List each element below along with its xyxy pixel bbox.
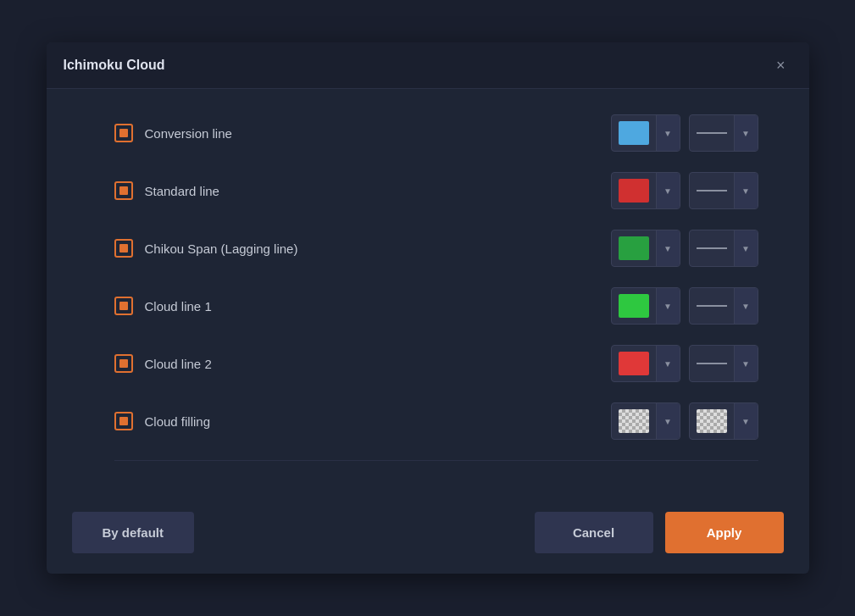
apply-button[interactable]: Apply: [665, 512, 784, 553]
line-arrow-cloud-filling: ▼: [734, 403, 758, 439]
color-dropdown-cloud-line-1[interactable]: ▼: [611, 287, 680, 325]
label-conversion-line: Conversion line: [145, 126, 232, 141]
checkbox-cloud-filling[interactable]: [114, 412, 133, 430]
color-arrow-standard-line: ▼: [656, 173, 680, 208]
line-dropdown-standard-line[interactable]: ▼: [689, 172, 758, 209]
color-arrow-cloud-line-1: ▼: [656, 288, 680, 324]
ichimoku-dialog: Ichimoku Cloud × Conversion line▼▼Standa…: [47, 42, 809, 574]
line-arrow-cloud-line-2: ▼: [734, 346, 758, 381]
checkbox-conversion-line[interactable]: [114, 124, 133, 142]
line-dropdown-chikou-span[interactable]: ▼: [689, 230, 758, 267]
row-cloud-filling: Cloud filling▼▼: [114, 402, 758, 440]
checkbox-cloud-line-2[interactable]: [114, 354, 133, 373]
color-dropdown-cloud-filling[interactable]: ▼: [611, 402, 680, 440]
label-chikou-span: Chikou Span (Lagging line): [145, 241, 298, 256]
row-conversion-line: Conversion line▼▼: [114, 114, 758, 152]
color-dropdown-conversion-line[interactable]: ▼: [611, 114, 680, 152]
cancel-button[interactable]: Cancel: [535, 512, 653, 553]
line-dropdown-cloud-line-2[interactable]: ▼: [689, 345, 758, 382]
color-dropdown-cloud-line-2[interactable]: ▼: [611, 345, 680, 382]
label-cloud-line-1: Cloud line 1: [145, 299, 212, 314]
checkbox-chikou-span[interactable]: [114, 239, 133, 258]
color-dropdown-chikou-span[interactable]: ▼: [611, 230, 680, 267]
color-arrow-cloud-line-2: ▼: [656, 346, 680, 381]
checkbox-standard-line[interactable]: [114, 181, 133, 200]
checkbox-cloud-line-1[interactable]: [114, 297, 133, 315]
label-cloud-line-2: Cloud line 2: [145, 357, 212, 371]
footer-right: Cancel Apply: [535, 512, 784, 553]
dialog-body: Conversion line▼▼Standard line▼▼Chikou S…: [47, 89, 809, 498]
line-dropdown-cloud-filling[interactable]: ▼: [689, 402, 758, 440]
color-dropdown-standard-line[interactable]: ▼: [611, 172, 680, 209]
color-arrow-chikou-span: ▼: [656, 230, 680, 266]
dialog-footer: By default Cancel Apply: [47, 498, 809, 574]
footer-left: By default: [72, 512, 195, 553]
line-arrow-chikou-span: ▼: [734, 230, 758, 266]
color-arrow-conversion-line: ▼: [656, 115, 680, 151]
dialog-header: Ichimoku Cloud ×: [47, 42, 809, 89]
divider: [114, 460, 758, 461]
rows-container: Conversion line▼▼Standard line▼▼Chikou S…: [114, 114, 758, 440]
label-cloud-filling: Cloud filling: [145, 414, 211, 429]
color-arrow-cloud-filling: ▼: [656, 403, 680, 439]
dialog-title: Ichimoku Cloud: [64, 58, 165, 73]
row-cloud-line-2: Cloud line 2▼▼: [114, 345, 758, 382]
row-cloud-line-1: Cloud line 1▼▼: [114, 287, 758, 325]
line-dropdown-conversion-line[interactable]: ▼: [689, 114, 758, 152]
line-arrow-standard-line: ▼: [734, 173, 758, 208]
line-arrow-cloud-line-1: ▼: [734, 288, 758, 324]
by-default-button[interactable]: By default: [72, 512, 195, 553]
row-chikou-span: Chikou Span (Lagging line)▼▼: [114, 230, 758, 267]
row-standard-line: Standard line▼▼: [114, 172, 758, 209]
label-standard-line: Standard line: [145, 184, 219, 198]
close-button[interactable]: ×: [769, 54, 792, 76]
line-arrow-conversion-line: ▼: [734, 115, 758, 151]
line-dropdown-cloud-line-1[interactable]: ▼: [689, 287, 758, 325]
